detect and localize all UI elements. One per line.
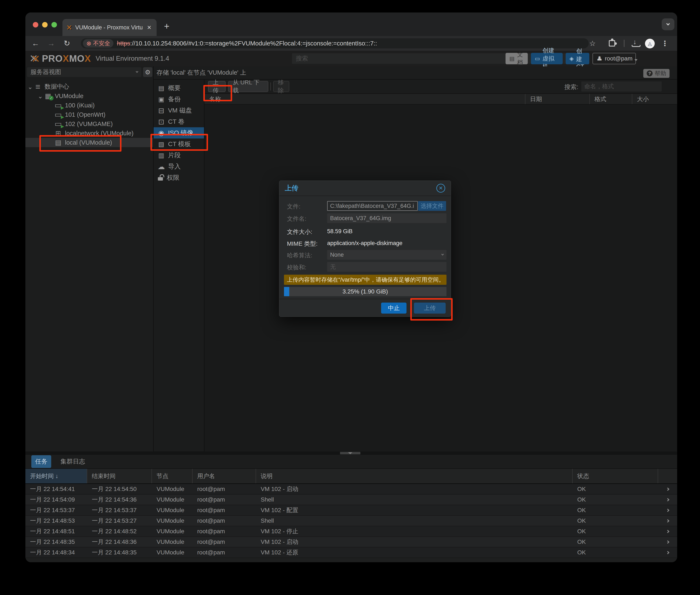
tree-item-icon: [54, 101, 63, 110]
tab-close-icon[interactable]: ✕: [145, 24, 153, 31]
task-row[interactable]: 一月 22 14:48:34 一月 22 14:48:35 VUModule r…: [25, 547, 677, 558]
task-row[interactable]: 一月 22 14:54:09 一月 22 14:54:36 VUModule r…: [25, 494, 677, 505]
not-secure-label: 不安全: [93, 39, 110, 47]
global-search-input[interactable]: 搜索: [292, 53, 571, 64]
tree-item[interactable]: local (VUModule): [25, 138, 153, 147]
menu-item[interactable]: 权限: [154, 172, 204, 183]
task-end-time: 一月 22 14:48:52: [87, 526, 152, 536]
tree-item[interactable]: 100 (iKuai): [25, 101, 153, 110]
splitter-collapse-handle[interactable]: [340, 452, 360, 454]
menu-item[interactable]: CT 模板: [154, 139, 204, 150]
row-expand-icon[interactable]: [658, 484, 677, 494]
column-header-starttime[interactable]: 开始时间 ↓: [25, 469, 87, 483]
file-path-input[interactable]: C:\fakepath\Batocera_V37_64G.i: [327, 201, 418, 211]
task-end-time: 一月 22 14:53:37: [87, 505, 152, 515]
zoom-window-button[interactable]: [51, 22, 57, 27]
documentation-button[interactable]: ▤文档: [506, 53, 528, 64]
dialog-close-icon[interactable]: ✕: [436, 184, 445, 193]
hash-label: 哈希算法:: [287, 251, 312, 259]
menu-item[interactable]: ISO 镜像: [154, 127, 204, 139]
browser-menu-icon[interactable]: ⋮: [658, 36, 671, 51]
menu-item[interactable]: VM 磁盘: [154, 105, 204, 116]
tab-list-button[interactable]: [662, 19, 674, 30]
reload-button[interactable]: ↻: [60, 36, 73, 51]
menu-item[interactable]: 片段: [154, 150, 204, 161]
task-row[interactable]: 一月 22 14:54:41 一月 22 14:54:50 VUModule r…: [25, 484, 677, 494]
help-button[interactable]: ?帮助: [643, 69, 670, 78]
row-expand-icon[interactable]: [658, 537, 677, 547]
tree-item[interactable]: 101 (OpenWrt): [25, 110, 153, 119]
task-start-time: 一月 22 14:48:35: [25, 537, 87, 547]
task-user: root@pam: [193, 484, 256, 494]
tree-item[interactable]: localnetwork (VUModule): [25, 129, 153, 138]
hash-select[interactable]: None: [327, 250, 447, 260]
extensions-icon[interactable]: [605, 36, 618, 51]
minimize-window-button[interactable]: [42, 22, 48, 27]
bookmark-star-icon[interactable]: ☆: [586, 36, 599, 51]
tree-caret-icon[interactable]: [29, 83, 31, 90]
column-header-description[interactable]: 说明: [256, 469, 573, 483]
menu-item-label: 片段: [168, 151, 181, 160]
column-header-status[interactable]: 状态: [573, 469, 658, 483]
bottom-tab[interactable]: 集群日志: [57, 455, 89, 468]
tree-item[interactable]: 102 (VUMGAME): [25, 119, 153, 129]
menu-item[interactable]: 备份: [154, 94, 204, 105]
view-selector[interactable]: 服务器视图: [27, 67, 141, 77]
tree-item-label: 102 (VUMGAME): [65, 120, 113, 128]
menu-item-icon: [157, 140, 165, 148]
bottom-tab[interactable]: 任务: [31, 455, 51, 468]
close-window-button[interactable]: [33, 22, 38, 27]
row-expand-icon[interactable]: [658, 526, 677, 536]
profile-avatar[interactable]: ◬: [645, 39, 655, 49]
row-expand-icon[interactable]: [658, 547, 677, 558]
task-row[interactable]: 一月 22 14:48:51 一月 22 14:48:52 VUModule r…: [25, 526, 677, 537]
panel-splitter[interactable]: [25, 451, 677, 455]
row-expand-icon[interactable]: [658, 516, 677, 526]
create-vm-button[interactable]: ▭创建虚拟机: [531, 53, 563, 64]
back-button[interactable]: ←: [29, 36, 42, 51]
filename-input[interactable]: Batocera_V37_64G.img: [327, 214, 447, 223]
security-badge[interactable]: ⊗ 不安全: [83, 39, 113, 48]
not-secure-icon: ⊗: [86, 40, 91, 47]
task-row[interactable]: 一月 22 14:48:35 一月 22 14:48:36 VUModule r…: [25, 537, 677, 547]
column-header-format[interactable]: 格式: [590, 94, 632, 104]
row-expand-icon[interactable]: [658, 494, 677, 505]
task-row[interactable]: 一月 22 14:53:37 一月 22 14:53:37 VUModule r…: [25, 505, 677, 516]
column-header-endtime[interactable]: 结束时间: [87, 469, 152, 483]
menu-item[interactable]: 导入: [154, 161, 204, 172]
new-tab-button[interactable]: +: [164, 21, 169, 31]
browser-tab[interactable]: ✕ VUModule - Proxmox Virtual E ✕: [62, 19, 157, 36]
task-end-time: 一月 22 14:54:50: [87, 484, 152, 494]
menu-item[interactable]: CT 卷: [154, 116, 204, 127]
forward-button[interactable]: →: [45, 36, 58, 51]
tree-item[interactable]: 数据中心: [25, 82, 153, 91]
sidebar-settings-button[interactable]: ⚙︎: [143, 67, 152, 77]
file-label: 文件:: [287, 203, 300, 210]
row-expand-icon[interactable]: [658, 505, 677, 515]
column-header-username[interactable]: 用户名: [193, 469, 256, 483]
user-menu-button[interactable]: 👤︎root@pam: [593, 53, 636, 64]
menu-item[interactable]: 概要: [154, 82, 204, 94]
address-bar[interactable]: ⊗ 不安全 https://10.10.10.254:8006/#v1:0:=s…: [81, 38, 589, 49]
column-header-size[interactable]: 大小: [632, 94, 677, 104]
column-header-node[interactable]: 节点: [152, 469, 193, 483]
column-header-date[interactable]: 日期: [526, 94, 590, 104]
tree-caret-icon[interactable]: [39, 93, 41, 100]
bottom-tabs: 任务 集群日志: [25, 455, 677, 469]
tree-item[interactable]: VUModule: [25, 91, 153, 101]
task-row[interactable]: 一月 22 14:48:53 一月 22 14:53:27 VUModule r…: [25, 516, 677, 526]
choose-file-button[interactable]: 选择文件: [418, 201, 446, 211]
dialog-header[interactable]: 上传 ✕: [279, 181, 451, 196]
downloads-icon[interactable]: [629, 36, 642, 51]
abort-button[interactable]: 中止: [381, 303, 406, 314]
download-from-url-button[interactable]: 从 URL 下载: [228, 81, 268, 92]
create-ct-button[interactable]: ◈创建 CT: [566, 53, 589, 64]
task-start-time: 一月 22 14:48:34: [25, 547, 87, 558]
checksum-input[interactable]: 无: [327, 262, 447, 272]
proxmox-favicon-icon: ✕: [66, 23, 72, 32]
remove-button[interactable]: 移除: [273, 81, 289, 92]
upload-button[interactable]: 上传: [208, 81, 225, 92]
content-search-input[interactable]: 命名，格式: [581, 81, 662, 91]
column-header-name[interactable]: 名称: [205, 94, 526, 104]
dialog-upload-button[interactable]: 上传: [414, 303, 446, 314]
